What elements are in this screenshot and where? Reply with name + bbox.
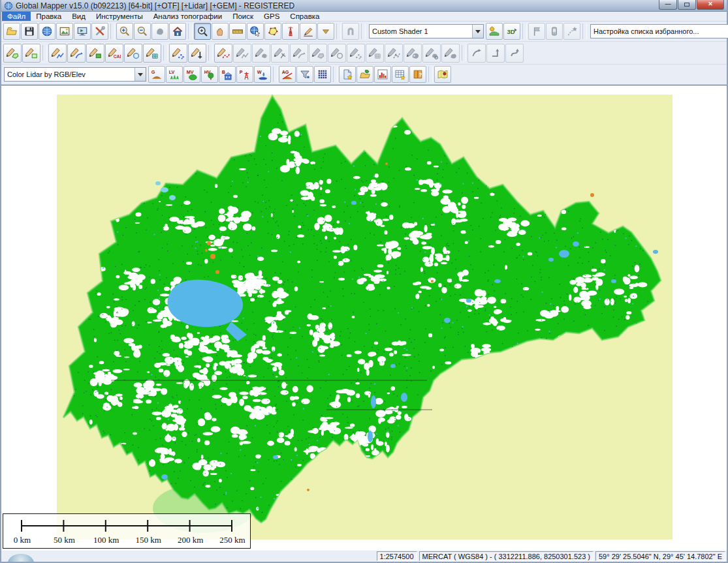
favorites-dropdown[interactable]: Настройка списка избранного... <box>590 24 728 38</box>
map-catalog-button[interactable] <box>56 23 73 40</box>
gps-tracking-button <box>563 23 580 40</box>
lidar-filter-button[interactable] <box>296 66 313 83</box>
gray-s-arrow-icon <box>509 47 520 59</box>
maximize-icon <box>684 3 689 7</box>
measure-tool-button[interactable] <box>229 23 246 40</box>
more-tools-dropdown-button[interactable] <box>317 23 334 40</box>
digitizer-create-grid-button[interactable] <box>143 44 161 63</box>
gray-corner-arrow-icon <box>490 47 501 59</box>
zoom-out-button[interactable] <box>134 23 151 40</box>
configuration-button[interactable] <box>91 23 108 40</box>
gps-device-button <box>546 23 563 40</box>
classify-high-veg-button[interactable]: HV <box>201 66 218 83</box>
digitizer-cut-button <box>328 44 346 63</box>
overlay-control-center-button[interactable] <box>356 66 373 83</box>
lidar-g-icon: G <box>151 68 163 80</box>
global-mapper-window: Global Mapper v15.0 (b092213) [64-bit] [… <box>0 0 728 563</box>
classify-med-veg-button[interactable]: MV <box>183 66 200 83</box>
pen-line-icon <box>51 46 64 59</box>
map-canvas[interactable]: 0 km50 km100 km150 km200 km250 km <box>1 85 727 550</box>
world-globe-icon <box>41 25 53 37</box>
menu-item-6[interactable]: GPS <box>259 12 285 21</box>
status-scale: 1:2574500 <box>377 551 417 561</box>
menu-item-2[interactable]: Вид <box>67 12 91 21</box>
favorites-dropdown-value: Настройка списка избранного... <box>591 27 728 35</box>
download-online-data-button[interactable] <box>39 23 55 40</box>
menu-item-4[interactable]: Анализ топографии <box>148 12 227 21</box>
toolbar-separator <box>582 23 587 39</box>
zoom-last-button[interactable] <box>151 23 168 40</box>
view-3d-icon: 3D <box>506 25 518 37</box>
lidar-mode-dropdown[interactable]: Color Lidar by RGB/Elev <box>4 67 146 82</box>
pan-tool-button[interactable] <box>212 23 229 40</box>
classify-powerline-button[interactable]: P <box>236 66 253 83</box>
path-profile-tool-button[interactable] <box>300 23 317 40</box>
urban-spot <box>590 193 594 197</box>
digitizer-select-button[interactable] <box>264 23 281 40</box>
open-file-button[interactable] <box>3 23 20 40</box>
menu-item-0[interactable]: Файл <box>2 12 31 21</box>
classify-low-veg-button[interactable]: LV <box>166 66 183 83</box>
scale-label: 50 km <box>54 535 75 545</box>
lidar-ag-icon: AG <box>281 68 293 80</box>
lidar-lv-icon: LV <box>168 68 180 80</box>
digitizer-create-area-button[interactable] <box>3 44 22 63</box>
attribute-editor-button[interactable] <box>392 66 409 83</box>
classify-buildings-button[interactable]: B <box>219 66 236 83</box>
digitizer-freehand-button[interactable] <box>214 44 232 63</box>
capture-screen-button[interactable] <box>74 23 91 40</box>
classify-ground-button[interactable]: G <box>148 66 165 83</box>
zoom-in-button[interactable] <box>116 23 133 40</box>
toolbar-separator <box>428 67 433 82</box>
new-feature-layer-button[interactable] <box>339 66 356 83</box>
lidar-b-icon: B <box>221 68 233 80</box>
shader-options-button[interactable] <box>486 23 503 40</box>
view-shed-tool-button[interactable] <box>282 23 299 40</box>
small-lake <box>548 258 554 262</box>
digitizer-undo-button <box>467 44 486 63</box>
histogram-button[interactable] <box>374 66 391 83</box>
gpen-bigblob-icon <box>406 46 419 59</box>
digitizer-create-cad-button[interactable]: CAD <box>105 44 123 63</box>
zoom-blob-icon <box>154 25 166 37</box>
toolbar-digitizer: CAD <box>1 42 727 65</box>
menu-item-1[interactable]: Правка <box>31 12 67 21</box>
digitizer-create-area-rect-button[interactable] <box>22 44 40 63</box>
small-lake <box>573 241 579 247</box>
small-lake <box>390 364 396 368</box>
maximize-button[interactable] <box>678 0 696 10</box>
svg-text:B: B <box>222 69 225 75</box>
zoom-tool-button[interactable] <box>194 23 211 40</box>
menu-item-5[interactable]: Поиск <box>227 12 259 21</box>
chevron-down-icon[interactable] <box>135 68 146 81</box>
chevron-down-icon[interactable] <box>472 25 483 38</box>
shader-palette-icon <box>488 25 500 37</box>
digitizer-connect-button <box>366 44 384 63</box>
digitizer-create-point-button[interactable] <box>169 44 187 63</box>
gray-arch-icon <box>345 25 356 37</box>
full-view-button[interactable] <box>169 23 186 40</box>
digitizer-create-circle-button[interactable] <box>124 44 142 63</box>
digitizer-create-box-button[interactable] <box>86 44 104 63</box>
menu-item-7[interactable]: Справка <box>285 12 324 21</box>
menu-item-3[interactable]: Инструменты <box>91 12 148 21</box>
digitizer-create-line-button[interactable] <box>48 44 67 63</box>
digitizer-snap-button <box>290 44 308 63</box>
digitizer-create-spline-button[interactable] <box>67 44 86 63</box>
map-layout-button[interactable] <box>434 66 451 83</box>
close-button[interactable]: ✕ <box>697 0 724 10</box>
show-3d-view-button[interactable]: 3D <box>503 23 520 40</box>
auto-classify-ground-button[interactable]: AG <box>279 66 296 83</box>
minimize-button[interactable]: — <box>659 0 677 10</box>
map-view <box>1 85 727 550</box>
save-workspace-button[interactable] <box>21 23 38 40</box>
minimize-icon: — <box>665 1 671 7</box>
lidar-pixel-grid-button[interactable] <box>314 66 331 83</box>
shader-dropdown[interactable]: Custom Shader 1 <box>369 24 484 38</box>
feature-info-tool-button[interactable] <box>247 23 264 40</box>
save-floppy-icon <box>24 25 35 37</box>
help-contents-button[interactable]: ? <box>409 66 426 83</box>
small-lake <box>653 250 658 254</box>
classify-water-button[interactable]: W <box>254 66 271 83</box>
digitizer-create-vertical-button[interactable] <box>188 44 206 63</box>
